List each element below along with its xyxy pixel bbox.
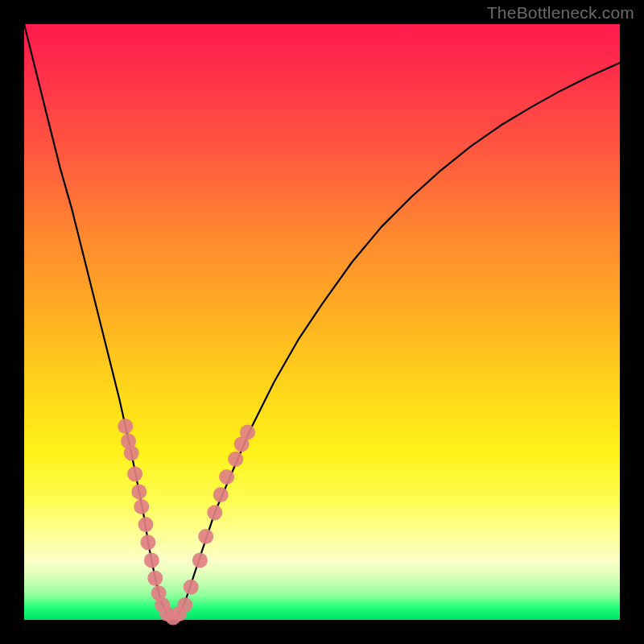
sample-marker [140, 535, 155, 550]
sample-marker [213, 487, 229, 502]
sample-marker [177, 597, 192, 613]
sample-marker [131, 484, 147, 499]
sample-marker [147, 571, 163, 586]
sample-marker [219, 469, 234, 485]
sample-marker [228, 452, 243, 467]
sample-marker [192, 553, 208, 568]
bottleneck-curve [24, 24, 620, 618]
chart-svg [0, 0, 644, 644]
outer-frame: TheBottleneck.com [0, 0, 644, 644]
sample-marker [144, 553, 159, 568]
sample-marker [124, 445, 139, 460]
sample-marker [138, 517, 154, 532]
sample-marker [127, 466, 142, 481]
sample-marker [240, 424, 255, 440]
sample-marker [134, 499, 149, 514]
sample-marker [198, 529, 213, 544]
sample-marker [184, 580, 199, 595]
sample-marker [118, 419, 133, 434]
sample-marker [207, 505, 222, 520]
